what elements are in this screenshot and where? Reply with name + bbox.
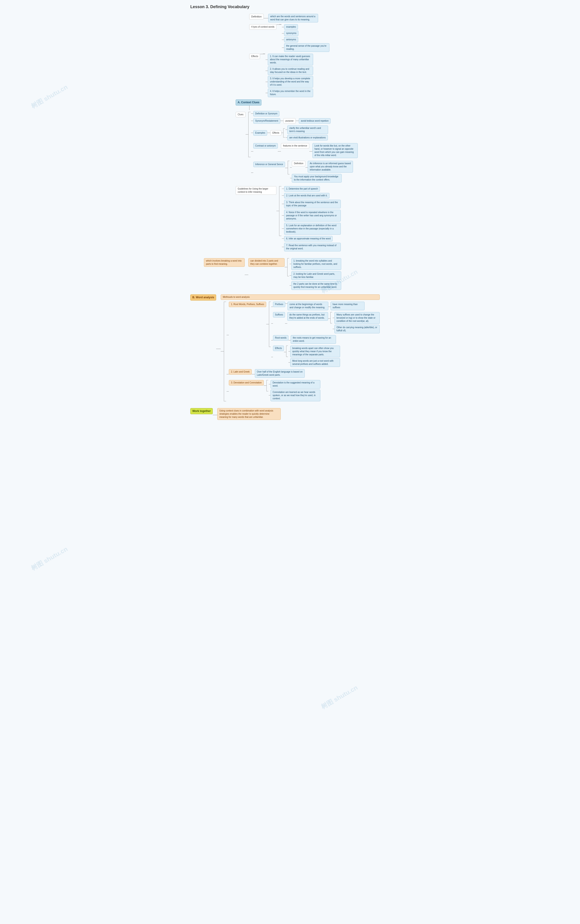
m3-hline2 xyxy=(264,385,267,386)
effect-3: 3. It helps you develop a more complete … xyxy=(265,76,313,88)
wae-bracket xyxy=(286,345,288,357)
wae-hline xyxy=(271,357,273,357)
wae-items: breaking words apart can often show you … xyxy=(288,345,340,367)
wa-effects-node: Effects xyxy=(273,345,284,351)
guide-7: 7. Read the sentence with you meaning in… xyxy=(282,243,341,252)
con-row: Connotation are learned as we hear words… xyxy=(269,390,320,401)
meth-bracket xyxy=(224,302,226,401)
div-2: 2. looking for Latin and Greek word part… xyxy=(290,271,341,280)
word-analysis-node: B. Word analysis xyxy=(190,294,216,301)
wae-connector xyxy=(284,345,288,357)
lesson-label-area xyxy=(190,99,236,145)
ex-eff1-node: clarify the unfamiliar word's and term's… xyxy=(287,125,328,134)
def-syn-node: Definition or Synonym xyxy=(253,111,280,117)
effect-1: 1. It can make the reader vavid guesses … xyxy=(265,54,313,66)
suf-note1: Many suffixes are used to change the ten… xyxy=(333,312,380,324)
inf-items: Definition An inference is an informed g… xyxy=(290,161,353,182)
den-row: Denotation is the suggested meaning of a… xyxy=(269,380,320,389)
ex-eff2-node: are vivid illustrations or explanations xyxy=(287,135,328,140)
contrast-features-node: features in the sentence xyxy=(281,143,309,148)
root-hline xyxy=(271,340,273,340)
inference-row: Inference or General Sence Definition An… xyxy=(251,161,358,182)
m1-connector xyxy=(266,302,271,347)
guide-1: 1. Determine the part of speech xyxy=(282,186,341,192)
context-clues-section: A. Context Clues Clues Definition or Syn… xyxy=(236,99,358,252)
synonyms-node: synonyms xyxy=(284,31,298,36)
m3-items: Denotation is the suggested meaning of a… xyxy=(269,380,320,401)
context-clues-main: A. Context Clues Clues Definition or Syn… xyxy=(190,99,390,252)
guide4-node: 4. Noice if the word is repeated elewher… xyxy=(284,210,341,222)
ex-hline3 xyxy=(267,133,270,133)
wae2-hline xyxy=(288,362,290,363)
word-analysis-section: which involves breaking a word into part… xyxy=(190,258,380,420)
root-hline2 xyxy=(288,340,291,340)
wae-hline2 xyxy=(284,352,286,352)
ex-eff1: clarify the unfamiliar word's and term's… xyxy=(285,125,328,134)
ex-hline2 xyxy=(251,133,253,133)
method2-node: 2. Latin and Greek xyxy=(229,369,252,375)
context-clues-node: A. Context Clues xyxy=(236,99,262,105)
examples-node: examples xyxy=(284,24,298,30)
wae1-node: breaking words apart can often show you … xyxy=(290,345,340,357)
clues-hline xyxy=(246,134,248,135)
wae-2: Most long words are just a root word wit… xyxy=(288,358,340,367)
method2-row: 2. Latin and Greek Over half of the Engl… xyxy=(227,369,380,378)
method1-node: 1. Root Words, Prefixes, Suffixes xyxy=(229,302,266,307)
inf-bracket xyxy=(288,161,290,174)
syn-purpose-text-node: avoid tedious word repetion xyxy=(299,118,331,124)
exeff-hline xyxy=(282,133,283,133)
guide1-node: 1. Determine the part of speech xyxy=(284,186,320,192)
d1-hline xyxy=(290,264,292,264)
guidelines-section: Guidelines for Using the larger context … xyxy=(236,186,341,252)
mindmap-container: Lesson 3. Defining Vocabulary Definition… xyxy=(188,0,392,429)
effects-node: Effects xyxy=(249,54,260,59)
effect3-node: 3. It helps you develop a more complete … xyxy=(268,76,313,88)
m1-items: Prefixes come at the beginnings of words… xyxy=(271,302,380,367)
suf-bracket xyxy=(330,312,332,324)
antonyms-node: antonyms xyxy=(284,37,298,42)
inf-def-node: Definition xyxy=(292,161,305,166)
suf-note2-node: Other do carrying meaning.(able/ible), o… xyxy=(334,325,380,333)
effects-connector xyxy=(260,54,265,54)
effects-section: Effects 1. It can make the reader vavid … xyxy=(249,54,390,97)
ds-hline xyxy=(251,113,253,114)
effect-4: 4. It helps you remember the word in the… xyxy=(265,89,313,97)
general-sense-node: the general sense of the passage you're … xyxy=(284,43,330,52)
effect4-node: 4. It helps you remember the word in the… xyxy=(268,89,313,97)
guide3-node: 3. Think about the meaning of the senten… xyxy=(284,200,341,208)
methods-items: 1. Root Words, Prefixes, Suffixes xyxy=(227,302,380,401)
effects-items: 1. It can make the reader vavid guesses … xyxy=(265,54,313,97)
ex-effects-connector xyxy=(282,128,285,138)
meth-hline xyxy=(221,351,224,352)
inference-node: Inference or General Sence xyxy=(253,162,285,167)
guide6-node: 6. Infer an approximate meaning of the w… xyxy=(284,236,333,242)
effect1-node: 1. It can make the reader vavid guesses … xyxy=(268,54,313,66)
suf-note2: Other do carrying meaning.(able/ible), o… xyxy=(333,325,380,333)
connotation-node: Connotation are learned as we hear words… xyxy=(270,390,320,401)
div-connector xyxy=(285,258,289,276)
m3-bracket xyxy=(267,380,268,391)
effect2-node: 2. It allows you to continue reading and… xyxy=(268,66,313,75)
watermark-1: 树图 shutu.cn xyxy=(30,83,69,110)
e4-hline xyxy=(265,93,268,93)
g1-hline xyxy=(282,189,284,189)
suffixes-row: Suffixes do the same things as prefixes,… xyxy=(271,312,380,333)
method1-row: 1. Root Words, Prefixes, Suffixes xyxy=(227,302,380,367)
definition-node: Definition xyxy=(249,14,264,20)
four-types-items: examples synonyms antonyms the general s… xyxy=(282,24,330,52)
root-row: Root words the roots means to get meanin… xyxy=(271,335,380,344)
contrast-text-node: Look for words like but, on the other ha… xyxy=(312,143,358,158)
g5-hline xyxy=(282,229,284,229)
methods-node: Methouds to word analysis xyxy=(221,294,380,300)
guide-connector xyxy=(277,186,282,236)
work-together-text-node: Using context clues in combination with … xyxy=(217,408,281,420)
guidelines-items: 1. Determine the part of speech 2. Look … xyxy=(282,186,341,252)
inf-connector xyxy=(285,161,290,174)
div-1: 1. breaking the word into syllables and … xyxy=(290,258,341,270)
examples-row: Examples Effects clarify the unfamiliar … xyxy=(251,125,358,140)
ex-effects-node: Effects xyxy=(270,130,281,136)
guide-hline xyxy=(277,211,279,211)
def-hline xyxy=(264,18,268,18)
guide-2: 2. Look at the words that are used with … xyxy=(282,193,341,198)
work-together-node: Work together xyxy=(190,408,213,414)
